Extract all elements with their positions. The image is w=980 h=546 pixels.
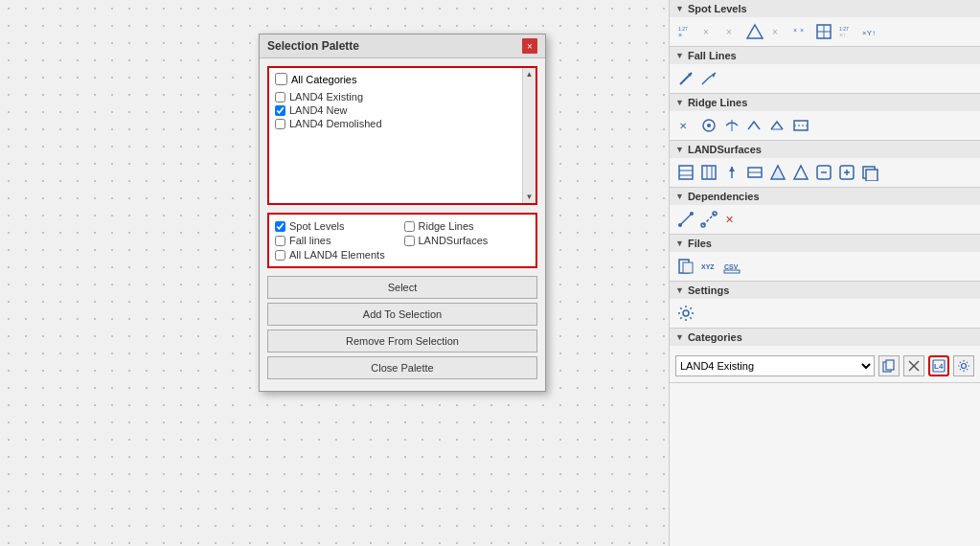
ridge-line-icon-5[interactable]: [767, 115, 788, 136]
scroll-up-arrow[interactable]: ▲: [526, 70, 534, 79]
files-arrow: ▼: [675, 239, 684, 248]
spot-levels-section: ▼ Spot Levels 1:27× × × × ××: [670, 0, 980, 47]
selection-palette-dialog: Selection Palette × All Categories LAND4…: [259, 34, 546, 392]
svg-line-16: [702, 78, 709, 84]
land4-new-checkbox[interactable]: [275, 105, 285, 116]
settings-title: Settings: [688, 284, 729, 296]
spot-level-icon-2[interactable]: ×: [698, 21, 719, 42]
ridge-lines-item: Ridge Lines: [404, 220, 531, 232]
close-palette-button[interactable]: Close Palette: [267, 356, 537, 379]
land4-demolished-checkbox[interactable]: [275, 119, 285, 129]
ridge-line-icon-1[interactable]: ✕: [675, 115, 696, 136]
all-land4-elements-label: All LAND4 Elements: [289, 249, 385, 261]
dialog-close-button[interactable]: ×: [522, 38, 537, 54]
spot-levels-title: Spot Levels: [688, 3, 747, 14]
svg-point-58: [683, 310, 689, 316]
spot-level-icon-8[interactable]: 1:27×↑: [836, 21, 857, 42]
land-surfaces-content: [670, 158, 980, 187]
land-surfaces-header[interactable]: ▼ LANDSurfaces: [670, 141, 980, 158]
fall-lines-checkbox[interactable]: [275, 236, 285, 246]
spot-levels-header[interactable]: ▼ Spot Levels: [670, 0, 980, 17]
all-categories-checkbox[interactable]: [275, 73, 287, 85]
categories-panel-header[interactable]: ▼ Categories: [670, 329, 980, 346]
spot-level-icon-4[interactable]: [744, 21, 765, 42]
dependencies-content: ✕: [670, 205, 980, 234]
categories-arrow: ▼: [675, 332, 684, 342]
dialog-body: All Categories LAND4 Existing LAND4 New …: [260, 58, 545, 391]
categories-copy-button[interactable]: [878, 355, 900, 376]
svg-text:×: ×: [703, 27, 709, 37]
dialog-title: Selection Palette: [267, 39, 359, 53]
land-surface-icon-9[interactable]: [859, 162, 880, 183]
svg-text:×: ×: [772, 27, 778, 37]
all-land4-elements-checkbox[interactable]: [275, 250, 285, 261]
land4-existing-checkbox[interactable]: [275, 92, 285, 102]
ridge-line-icon-4[interactable]: [744, 115, 765, 136]
land4-existing-label: LAND4 Existing: [289, 91, 363, 102]
settings-gear-icon[interactable]: [675, 303, 696, 324]
files-title: Files: [688, 238, 712, 249]
spot-levels-label: Spot Levels: [289, 220, 344, 232]
svg-rect-54: [683, 262, 693, 273]
dependencies-header[interactable]: ▼ Dependencies: [670, 188, 980, 205]
listbox-scrollbar[interactable]: ▲ ▼: [522, 68, 536, 203]
spot-level-icon-7[interactable]: [813, 21, 834, 42]
list-item: LAND4 Existing: [273, 90, 532, 103]
spot-levels-checkbox[interactable]: [275, 221, 285, 232]
spot-level-icon-6[interactable]: ××: [790, 21, 811, 42]
fall-line-icon-1[interactable]: [675, 68, 696, 89]
list-item: LAND4 New: [273, 103, 532, 117]
land-surface-icon-8[interactable]: [836, 162, 857, 183]
add-to-selection-button[interactable]: Add To Selection: [267, 303, 537, 326]
categories-dropdown[interactable]: LAND4 Existing LAND4 New LAND4 Demolishe…: [675, 355, 875, 376]
dep-icon-2[interactable]: [698, 209, 719, 230]
land-surfaces-checkbox[interactable]: [404, 236, 415, 246]
land-surface-icon-6[interactable]: [790, 162, 811, 183]
land-surface-icon-1[interactable]: [675, 162, 696, 183]
spot-level-icon-9[interactable]: ×Y↑: [859, 21, 880, 42]
land-surface-icon-4[interactable]: [744, 162, 765, 183]
all-categories-label: All Categories: [291, 74, 356, 85]
land-surface-icon-5[interactable]: [767, 162, 788, 183]
dependencies-title: Dependencies: [688, 191, 760, 202]
categories-listbox: All Categories LAND4 Existing LAND4 New …: [267, 66, 537, 205]
ridge-line-icon-2[interactable]: [698, 115, 719, 136]
fall-line-icon-2[interactable]: [698, 68, 719, 89]
land-surface-icon-2[interactable]: [698, 162, 719, 183]
categories-panel-section: ▼ Categories LAND4 Existing LAND4 New LA…: [670, 329, 980, 383]
dep-icon-1[interactable]: [675, 209, 696, 230]
ridge-lines-checkbox[interactable]: [404, 221, 415, 232]
ridge-lines-header[interactable]: ▼ Ridge Lines: [670, 94, 980, 111]
land4-new-label: LAND4 New: [289, 104, 348, 116]
fall-lines-header[interactable]: ▼ Fall Lines: [670, 47, 980, 64]
ridge-line-icon-3[interactable]: [721, 115, 742, 136]
land-surface-icon-7[interactable]: [813, 162, 834, 183]
files-header[interactable]: ▼ Files: [670, 235, 980, 252]
files-icon-2[interactable]: XYZ: [698, 256, 719, 277]
land-surfaces-section: ▼ LANDSurfaces: [670, 141, 980, 188]
files-icon-3[interactable]: CSV: [721, 256, 742, 277]
settings-header[interactable]: ▼ Settings: [670, 282, 980, 299]
dep-icon-3[interactable]: ✕: [721, 209, 742, 230]
ridge-line-icon-6[interactable]: [790, 115, 811, 136]
categories-close-button[interactable]: [903, 355, 924, 376]
land-surfaces-title: LANDSurfaces: [688, 144, 762, 155]
fall-lines-label: Fall lines: [289, 235, 330, 246]
categories-l4-button[interactable]: L4: [928, 355, 949, 376]
categories-panel-title: Categories: [688, 331, 742, 343]
spot-level-icon-3[interactable]: ×: [721, 21, 742, 42]
files-icon-1[interactable]: [675, 256, 696, 277]
svg-text:L4: L4: [934, 362, 944, 371]
svg-point-21: [707, 124, 711, 127]
svg-text:×: ×: [800, 27, 804, 34]
svg-rect-60: [886, 360, 894, 370]
categories-settings-button[interactable]: [953, 355, 974, 376]
remove-from-selection-button[interactable]: Remove From Selection: [267, 330, 537, 353]
svg-text:×: ×: [726, 27, 732, 37]
spot-level-icon-1[interactable]: 1:27×: [675, 21, 696, 42]
select-button[interactable]: Select: [267, 276, 537, 299]
land-surface-icon-3[interactable]: [721, 162, 742, 183]
scroll-down-arrow[interactable]: ▼: [526, 193, 534, 201]
spot-level-icon-5[interactable]: ×: [767, 21, 788, 42]
list-item: LAND4 Demolished: [273, 117, 532, 130]
